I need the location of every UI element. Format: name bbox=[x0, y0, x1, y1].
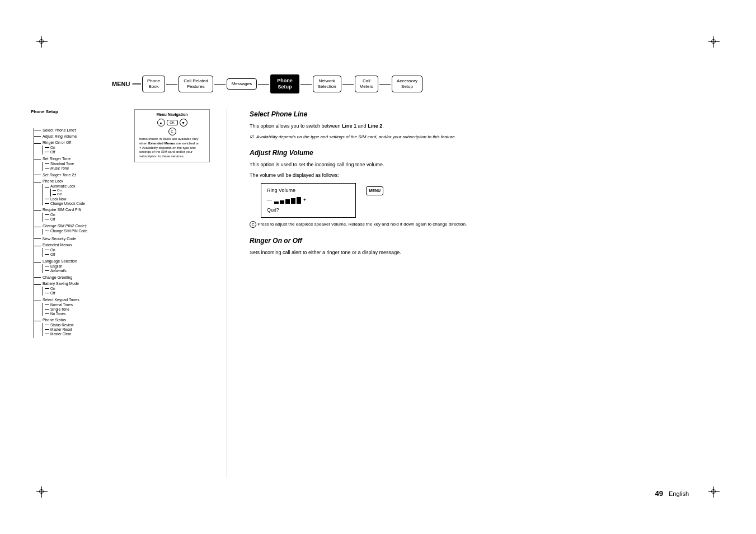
down-button[interactable]: ▼ bbox=[180, 119, 187, 127]
tree-row-ringer-tone2: Set Ringer Tone 2† bbox=[34, 173, 210, 177]
label-ringer-tone: Set Ringer Tone bbox=[43, 157, 71, 161]
corner-mark-bl bbox=[34, 484, 50, 500]
volume-bars bbox=[274, 197, 301, 204]
page-footer: 49 English bbox=[655, 489, 689, 498]
tree-row-sim-pin: Require SIM Card PIN On bbox=[34, 208, 210, 222]
double-line-left: ══ bbox=[132, 81, 141, 87]
tree-row-language: Language Selection English bbox=[34, 259, 210, 273]
sim-pin-group: Require SIM Card PIN On bbox=[43, 208, 82, 222]
nav-item-accessory[interactable]: AccessorySetup bbox=[397, 78, 417, 89]
page-number: 49 bbox=[655, 489, 663, 498]
menu-nav-title: Menu Navigation bbox=[139, 113, 205, 116]
nav-buttons-row: ▲ OK ▼ bbox=[139, 119, 205, 127]
volume-minus: — bbox=[267, 196, 272, 204]
nav-bracket-3: Messages bbox=[227, 78, 257, 90]
c-key-icon: C bbox=[250, 221, 256, 228]
nav-bracket-6: CallMeters bbox=[355, 76, 378, 92]
tree-row-phone-lock: Phone Lock Automatic Lock bbox=[34, 179, 210, 205]
label-sim-pin: Require SIM Card PIN bbox=[43, 208, 82, 212]
nav-item-callrelated[interactable]: Call RelatedFeatures bbox=[184, 78, 208, 89]
up-button[interactable]: ▲ bbox=[157, 119, 165, 127]
label-music-tone: Music Tone bbox=[50, 166, 69, 170]
ringer-tone-group: Set Ringer Tone Standard Tone bbox=[43, 157, 74, 171]
label-auto-off: Off bbox=[57, 193, 62, 196]
battery-group: Battery Saving Mode On bbox=[43, 282, 79, 296]
label-ringer: Ringer On or Off bbox=[43, 140, 71, 144]
section-text-adjust-ring-1: This option is used to set the incoming … bbox=[250, 161, 725, 169]
nav-item-messages[interactable]: Messages bbox=[232, 81, 252, 87]
bar-2 bbox=[280, 200, 284, 204]
nav-bracket: PhoneBook bbox=[142, 76, 165, 92]
nav-item-phonesetup-active[interactable]: PhoneSetup bbox=[270, 74, 299, 93]
label-sim-pin2: Change SIM PIN2 Code† bbox=[43, 224, 87, 228]
label-extended-on: On bbox=[50, 248, 55, 252]
press-note: C Press to adjust the earpiece speaker v… bbox=[250, 221, 725, 228]
label-ringer-tone2: Set Ringer Tone 2† bbox=[43, 173, 76, 177]
tree-row-keypad: Select Keypad Tones Normal Tones bbox=[34, 298, 210, 316]
label-ringer-on: On bbox=[50, 146, 55, 149]
label-battery-on: On bbox=[50, 287, 55, 291]
label-phone-status: Phone Status bbox=[43, 318, 66, 322]
label-extended-off: Off bbox=[50, 252, 55, 256]
corner-mark-tr bbox=[706, 34, 722, 50]
label-automatic: Automatic bbox=[50, 269, 67, 273]
label-automatic-lock: Automatic Lock bbox=[50, 184, 75, 188]
back-button-row: C bbox=[139, 128, 205, 135]
label-change-greeting: Change Greeting bbox=[43, 275, 72, 279]
label-status-review: Status Review bbox=[50, 323, 74, 327]
volume-bars-row: — + bbox=[267, 196, 350, 204]
label-auto-on: On bbox=[57, 189, 62, 192]
volume-plus: + bbox=[303, 196, 306, 204]
tree-row-phone-status: Phone Status Status Review bbox=[34, 318, 210, 336]
nav-item-network[interactable]: NetworkSelection bbox=[318, 78, 336, 89]
tree-main-line bbox=[34, 128, 34, 338]
menu-label: MENU bbox=[112, 81, 130, 87]
tree-row-change-greeting: Change Greeting bbox=[34, 275, 210, 279]
keypad-group: Select Keypad Tones Normal Tones bbox=[43, 298, 79, 316]
section-title-adjust-ring-volume: Adjust Ring Volume bbox=[250, 148, 725, 158]
menu-nav-box: Menu Navigation ▲ OK ▼ C Items shown in … bbox=[134, 109, 210, 162]
bar-3 bbox=[285, 199, 290, 204]
language-group: Language Selection English bbox=[43, 259, 77, 273]
ringer-sub: On Off bbox=[43, 146, 71, 154]
text-panel: Select Phone Line This option allows you… bbox=[244, 109, 725, 478]
phone-status-group: Phone Status Status Review bbox=[43, 318, 74, 336]
section-text-ringer: Sets incoming call alert to either a rin… bbox=[250, 249, 725, 257]
label-ringer-off: Off bbox=[50, 150, 55, 154]
label-standard-tone: Standard Tone bbox=[50, 162, 74, 166]
label-battery: Battery Saving Mode bbox=[43, 282, 79, 285]
extended-menus-group: Extended Menus On bbox=[43, 243, 72, 257]
section-text-select-phone-line: This option allows you to switch between… bbox=[250, 123, 725, 130]
corner-mark-tl bbox=[34, 34, 50, 50]
label-battery-off: Off bbox=[50, 291, 55, 295]
label-change-unlock: Change Unlock Code bbox=[50, 202, 85, 205]
ok-button[interactable]: OK bbox=[167, 120, 178, 125]
label-master-reset: Master Reset bbox=[50, 327, 72, 331]
note-icon: ☑ bbox=[250, 134, 253, 140]
label-sim-pin-on: On bbox=[50, 213, 55, 217]
corner-mark-br bbox=[706, 484, 722, 500]
nav-note: Items shown in Italics are available onl… bbox=[139, 137, 205, 159]
tree-row-battery: Battery Saving Mode On bbox=[34, 282, 210, 296]
back-button[interactable]: C bbox=[168, 128, 176, 135]
section-text-adjust-ring-2: The volume will be displayed as follows: bbox=[250, 172, 725, 180]
label-phone-lock: Phone Lock bbox=[43, 179, 63, 183]
bar-1 bbox=[274, 202, 279, 204]
bar-4 bbox=[291, 198, 295, 204]
nav-item-callmeters[interactable]: CallMeters bbox=[360, 78, 373, 89]
nav-bracket-7: AccessorySetup bbox=[392, 76, 422, 92]
nav-item-phonebook[interactable]: PhoneBook bbox=[147, 78, 160, 89]
tree-row-sim-pin2: Change SIM PIN2 Code† Change SIM PIN Cod… bbox=[34, 224, 210, 235]
label-extended-menus: Extended Menus bbox=[43, 243, 72, 247]
label-single-tone: Single Tone bbox=[50, 307, 69, 311]
bar-5 bbox=[297, 197, 301, 204]
tree-row-security-code: New Security Code bbox=[34, 237, 210, 241]
tree-row-extended-menus: Extended Menus On bbox=[34, 243, 210, 257]
sim-pin2-group: Change SIM PIN2 Code† Change SIM PIN Cod… bbox=[43, 224, 87, 235]
ringer-group: Ringer On or Off On bbox=[43, 140, 71, 154]
menu-button-display: MENU bbox=[366, 186, 383, 196]
ring-volume-title: Ring Volume bbox=[267, 187, 350, 195]
section-title-select-phone-line: Select Phone Line bbox=[250, 109, 725, 119]
ring-volume-display-wrapper: MENU Ring Volume — + Quit? bbox=[261, 183, 725, 218]
quit-label: Quit? bbox=[267, 207, 350, 214]
